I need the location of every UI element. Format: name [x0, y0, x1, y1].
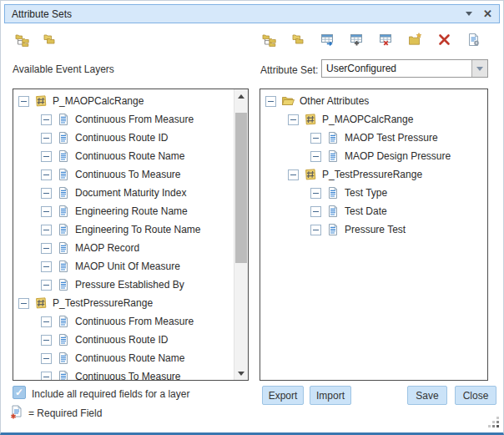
- folders-icon[interactable]: [290, 32, 305, 47]
- collapse-toggle[interactable]: [310, 151, 321, 162]
- collapse-toggle[interactable]: [41, 225, 52, 235]
- close-icon[interactable]: ✕: [483, 8, 492, 19]
- collapse-toggle[interactable]: [310, 188, 321, 199]
- tree-item[interactable]: Continuous To Measure: [13, 367, 234, 381]
- attribute-set-tree: Other AttributesP_MAOPCalcRangeMAOP Test…: [260, 89, 487, 239]
- tree-item[interactable]: Other Attributes: [260, 92, 487, 110]
- report-settings-icon[interactable]: [466, 32, 481, 47]
- scrollbar-thumb[interactable]: [235, 113, 247, 263]
- save-button[interactable]: Save: [407, 386, 447, 405]
- field-icon: [57, 278, 70, 291]
- tree-item-label: Continuous Route ID: [75, 132, 168, 144]
- tree-item[interactable]: MAOP Design Pressure: [260, 147, 487, 165]
- attribute-set-panel[interactable]: Other AttributesP_MAOPCalcRangeMAOP Test…: [260, 89, 488, 381]
- collapse-toggle[interactable]: [18, 298, 29, 309]
- import-button[interactable]: Import: [310, 386, 351, 405]
- layer-tree-icon[interactable]: [261, 32, 276, 47]
- collapse-toggle[interactable]: [41, 261, 52, 272]
- collapse-toggle[interactable]: [41, 335, 52, 346]
- tree-item-label: P_MAOPCalcRange: [322, 114, 413, 125]
- export-button[interactable]: Export: [262, 386, 304, 405]
- table-add-icon[interactable]: [349, 32, 364, 47]
- tree-item-label: Test Type: [345, 187, 387, 199]
- tree-item[interactable]: Continuous Route ID: [13, 129, 234, 147]
- collapse-toggle[interactable]: [265, 96, 276, 107]
- tree-item[interactable]: P_TestPressureRange: [260, 165, 487, 184]
- collapse-toggle[interactable]: [18, 96, 29, 107]
- field-icon: [57, 333, 70, 346]
- dropdown-arrow-button[interactable]: [471, 60, 487, 77]
- collapse-toggle[interactable]: [41, 151, 52, 162]
- attribute-sets-dialog: Attribute Sets ✕: [0, 0, 504, 435]
- collapse-toggle[interactable]: [41, 372, 52, 382]
- tree-item-label: Continuous From Measure: [75, 114, 194, 125]
- tree-item-label: P_MAOPCalcRange: [53, 95, 144, 107]
- folders-icon[interactable]: [42, 32, 57, 47]
- available-layers-panel[interactable]: P_MAOPCalcRangeContinuous From MeasureCo…: [13, 89, 249, 381]
- tree-item[interactable]: Continuous Route ID: [13, 331, 234, 349]
- collapse-toggle[interactable]: [41, 243, 52, 254]
- collapse-toggle[interactable]: [288, 169, 299, 180]
- table-export-icon[interactable]: [320, 32, 335, 47]
- include-required-fields-checkbox[interactable]: [13, 386, 26, 399]
- close-button[interactable]: Close: [455, 386, 496, 405]
- tree-item[interactable]: Continuous Route Name: [13, 349, 234, 367]
- delete-icon[interactable]: [436, 32, 451, 47]
- collapse-toggle[interactable]: [41, 188, 52, 199]
- tree-item[interactable]: Test Date: [260, 202, 487, 220]
- tree-item[interactable]: Pressure Test: [260, 220, 487, 239]
- tree-item[interactable]: P_MAOPCalcRange: [260, 110, 487, 129]
- collapse-toggle[interactable]: [41, 206, 52, 217]
- tree-item[interactable]: Pressure Established By: [13, 276, 234, 294]
- vertical-scrollbar[interactable]: [234, 89, 248, 380]
- tree-item[interactable]: Continuous Route Name: [13, 147, 234, 165]
- available-event-layers-label: Available Event Layers: [13, 63, 114, 75]
- collapse-toggle[interactable]: [41, 114, 52, 125]
- collapse-toggle[interactable]: [310, 206, 321, 217]
- collapse-toggle[interactable]: [288, 114, 299, 125]
- tree-item[interactable]: MAOP Test Pressure: [260, 129, 487, 147]
- tree-item-label: Document Maturity Index: [75, 187, 186, 199]
- collapse-toggle[interactable]: [41, 133, 52, 144]
- field-icon: [57, 131, 70, 144]
- tree-item-label: Other Attributes: [300, 95, 369, 107]
- tree-item[interactable]: Test Type: [260, 184, 487, 202]
- tree-item[interactable]: P_MAOPCalcRange: [13, 92, 234, 110]
- tree-item[interactable]: Engineering Route Name: [13, 202, 234, 220]
- attribute-set-dropdown[interactable]: UserConfigured: [321, 59, 488, 78]
- tree-item[interactable]: P_TestPressureRange: [13, 294, 234, 312]
- collapse-toggle[interactable]: [41, 280, 52, 291]
- tree-item[interactable]: Engineering To Route Name: [13, 220, 234, 239]
- tree-item[interactable]: Document Maturity Index: [13, 184, 234, 202]
- minus-icon: [313, 138, 319, 139]
- tree-item[interactable]: MAOP Record: [13, 239, 234, 257]
- collapse-toggle[interactable]: [310, 225, 321, 235]
- tree-item[interactable]: Continuous From Measure: [13, 312, 234, 331]
- collapse-toggle[interactable]: [41, 316, 52, 327]
- minus-icon: [313, 156, 319, 157]
- arrow-down-icon: [238, 372, 244, 376]
- field-icon: [326, 131, 340, 144]
- resize-grip[interactable]: [488, 417, 500, 428]
- tree-item-label: Continuous To Measure: [75, 169, 181, 180]
- collapse-toggle[interactable]: [310, 133, 321, 144]
- right-toolbar: [261, 32, 481, 47]
- table-delete-icon[interactable]: [378, 32, 393, 47]
- new-folder-icon[interactable]: [407, 32, 422, 47]
- tree-item[interactable]: Continuous To Measure: [13, 165, 234, 184]
- minus-icon: [43, 358, 49, 359]
- tree-item-label: P_TestPressureRange: [322, 169, 422, 180]
- collapse-toggle[interactable]: [41, 169, 52, 180]
- tree-item[interactable]: Continuous From Measure: [13, 110, 234, 129]
- grip-dots-icon: [488, 425, 491, 427]
- collapse-toggle[interactable]: [41, 353, 52, 364]
- scroll-up-button[interactable]: [234, 89, 248, 103]
- collapse-dialog-icon[interactable]: [466, 12, 472, 16]
- scroll-down-button[interactable]: [234, 367, 248, 380]
- required-field-icon: [10, 405, 23, 420]
- tree-item-label: Continuous To Measure: [75, 371, 181, 381]
- tree-item-label: Test Date: [345, 205, 387, 217]
- field-icon: [57, 241, 70, 255]
- layer-tree-icon[interactable]: [14, 32, 29, 47]
- tree-item[interactable]: MAOP Unit Of Measure: [13, 257, 234, 276]
